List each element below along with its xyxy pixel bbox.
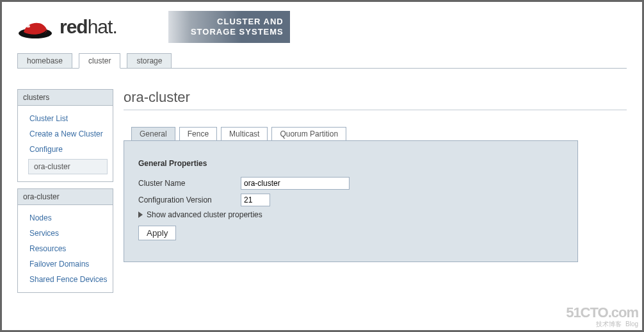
topnav-tab-homebase[interactable]: homebase [17, 53, 72, 68]
general-panel: General Properties Cluster Name Configur… [124, 140, 578, 262]
sidebar-item-create-a-new-cluster[interactable]: Create a New Cluster [18, 126, 113, 142]
config-version-label: Configuration Version [138, 195, 241, 204]
sidebox-head: clusters [18, 90, 113, 106]
cluster-name-label: Cluster Name [138, 179, 241, 188]
header: redhat. CLUSTER AND STORAGE SYSTEMS [2, 2, 642, 43]
sidebox-head: ora-cluster [18, 189, 113, 205]
subtab-general[interactable]: General [131, 127, 175, 140]
sidebar-item-services[interactable]: Services [18, 226, 113, 241]
sidebar-item-cluster-list[interactable]: Cluster List [18, 111, 113, 126]
brand-logo: redhat. [17, 14, 117, 40]
sidebar-item-nodes[interactable]: Nodes [18, 210, 113, 226]
cluster-name-input[interactable] [241, 177, 350, 190]
panel-heading: General Properties [138, 159, 563, 168]
sidebar-item-failover-domains[interactable]: Failover Domains [18, 256, 113, 272]
sidebox-clusters: clustersCluster ListCreate a New Cluster… [17, 89, 113, 182]
triangle-right-icon [138, 212, 143, 218]
svg-point-1 [26, 25, 30, 28]
subtab-fence[interactable]: Fence [179, 127, 217, 140]
config-subtabs: GeneralFenceMulticastQuorum Partition [131, 127, 627, 140]
subtab-quorum-partition[interactable]: Quorum Partition [271, 127, 346, 140]
redhat-hat-icon [17, 14, 53, 40]
top-nav: homebaseclusterstorage [17, 53, 627, 69]
brand-text: redhat. [60, 16, 117, 38]
sidebar-item-ora-cluster[interactable]: ora-cluster [28, 159, 108, 174]
sidebar: clustersCluster ListCreate a New Cluster… [17, 89, 113, 299]
subtab-multicast[interactable]: Multicast [221, 127, 268, 140]
main-content: ora-cluster GeneralFenceMulticastQuorum … [124, 89, 627, 299]
config-version-input[interactable] [241, 194, 270, 206]
sidebar-item-resources[interactable]: Resources [18, 241, 113, 256]
page-title: ora-cluster [124, 89, 627, 110]
advanced-disclosure[interactable]: Show advanced cluster properties [138, 210, 563, 219]
sidebar-item-configure[interactable]: Configure [18, 142, 113, 157]
topnav-tab-cluster[interactable]: cluster [79, 53, 120, 69]
topnav-tab-storage[interactable]: storage [127, 53, 172, 68]
sidebox-ora-cluster: ora-clusterNodesServicesResourcesFailove… [17, 188, 113, 293]
watermark: 51CTO.com 技术博客 Blog [566, 305, 638, 328]
advanced-disclosure-label: Show advanced cluster properties [147, 210, 262, 219]
sidebar-item-shared-fence-devices[interactable]: Shared Fence Devices [18, 272, 113, 287]
apply-button[interactable]: Apply [138, 226, 176, 240]
product-banner: CLUSTER AND STORAGE SYSTEMS [168, 11, 290, 43]
